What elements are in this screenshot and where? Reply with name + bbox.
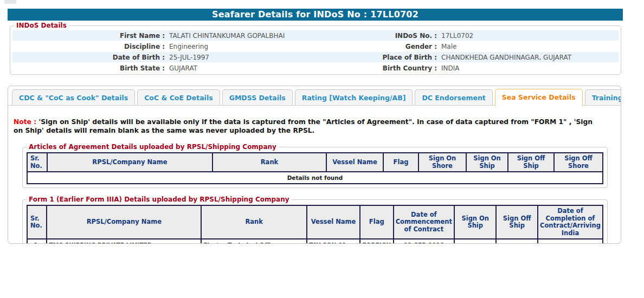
birth-state-label: Birth State : <box>12 64 169 72</box>
col-date-of-completion: Date of Completion of Contract/Arriving … <box>538 205 603 239</box>
sea-service-tab-content: Note : 'Sign on Ship' details will be av… <box>8 106 621 244</box>
indos-row-discipline: Discipline : Engineering Gender : Male <box>12 41 619 51</box>
col-rank: Rank <box>212 153 326 172</box>
indos-details-section: INDoS Details First Name : TALATI CHINTA… <box>10 25 621 75</box>
cell-flag: FOREIGN <box>360 239 394 244</box>
col-vessel-name: Vessel Name <box>307 205 360 239</box>
birth-country-label: Birth Country : <box>359 64 441 72</box>
cell-rpsl-company-name: TMC SHIPPING PRIVATE LIMITED. <box>47 239 201 244</box>
indos-details-legend: INDoS Details <box>14 22 69 29</box>
note-label: Note : <box>14 118 36 126</box>
indos-row-state: Birth State : GUJARAT Birth Country : IN… <box>12 63 619 73</box>
col-sign-off-ship: Sign Off Ship <box>508 153 554 172</box>
col-date-of-commencement: Date of Commencement of Contract <box>394 205 454 239</box>
col-flag: Flag <box>360 205 394 239</box>
place-of-birth-value: CHANDKHEDA GANDHINAGAR, GUJARAT <box>441 54 619 61</box>
cell-rank: Electro Technical Officer <box>201 239 307 244</box>
date-of-birth-label: Date of Birth : <box>12 54 169 61</box>
cell-sr-no: 1. <box>27 239 47 244</box>
col-sign-on-ship: Sign On Ship <box>466 153 508 172</box>
place-of-birth-label: Place of Birth : <box>359 54 441 61</box>
articles-of-agreement-section: Articles of Agreement Details uploaded b… <box>22 147 608 188</box>
col-rpsl-company-name: RPSL/Company Name <box>47 205 201 239</box>
tab-gmdss-details[interactable]: GMDSS Details <box>222 89 293 105</box>
page-corner-artifact <box>4 0 16 4</box>
indos-row-name: First Name : TALATI CHINTANKUMAR GOPALBH… <box>12 30 619 41</box>
birth-country-value: INDIA <box>441 64 619 72</box>
col-sr-no: Sr. No. <box>27 153 47 172</box>
col-flag: Flag <box>383 153 418 172</box>
tab-training-details[interactable]: Training Details <box>585 89 621 105</box>
col-sign-on-shore: Sign On Shore <box>418 153 466 172</box>
form1-details-table: Sr. No. RPSL/Company Name Rank Vessel Na… <box>27 205 603 244</box>
note-text: 'Sign on Ship' details will be available… <box>14 118 593 134</box>
articles-empty-row: Details not found <box>27 172 603 184</box>
date-of-birth-value: 25-JUL-1997 <box>169 54 359 61</box>
sign-on-ship-note: Note : 'Sign on Ship' details will be av… <box>14 118 596 135</box>
col-vessel-name: Vessel Name <box>326 153 383 172</box>
tab-strip: CDC & "CoC as Cook" Details CoC & CoE De… <box>8 86 621 106</box>
form1-header-row: Sr. No. RPSL/Company Name Rank Vessel Na… <box>27 205 603 239</box>
articles-of-agreement-legend: Articles of Agreement Details uploaded b… <box>27 143 279 151</box>
articles-header-row: Sr. No. RPSL/Company Name Rank Vessel Na… <box>27 153 603 172</box>
cell-date-of-commencement: 08-SEP-2018 <box>394 239 454 244</box>
form1-details-section: Form 1 (Earlier Form IIIA) Details uploa… <box>22 199 608 244</box>
cell-sign-off-ship <box>496 239 538 244</box>
seafarer-details-page: Seafarer Details for INDoS No : 17LL0702… <box>0 0 644 298</box>
col-sign-off-shore: Sign Off Shore <box>554 153 603 172</box>
tab-coc-coe-details[interactable]: CoC & CoE Details <box>137 89 220 105</box>
form1-data-row: 1. TMC SHIPPING PRIVATE LIMITED. Electro… <box>27 239 603 244</box>
col-rank: Rank <box>201 205 307 239</box>
gender-label: Gender : <box>359 43 441 50</box>
cell-sign-on-ship <box>454 239 496 244</box>
col-rpsl-company-name: RPSL/Company Name <box>47 153 212 172</box>
indos-row-birth: Date of Birth : 25-JUL-1997 Place of Bir… <box>12 52 619 62</box>
details-tabs-panel: CDC & "CoC as Cook" Details CoC & CoE De… <box>8 86 621 244</box>
first-name-label: First Name : <box>12 32 169 40</box>
details-not-found-message: Details not found <box>27 172 603 184</box>
tab-cdc-coc-as-cook-details[interactable]: CDC & "CoC as Cook" Details <box>12 89 135 105</box>
birth-state-value: GUJARAT <box>169 64 359 72</box>
indos-no-label: INDoS No. : <box>359 32 441 40</box>
first-name-value: TALATI CHINTANKUMAR GOPALBHAI <box>169 32 359 40</box>
articles-of-agreement-table: Sr. No. RPSL/Company Name Rank Vessel Na… <box>27 152 603 184</box>
discipline-value: Engineering <box>169 43 359 50</box>
cell-date-of-completion <box>538 239 603 244</box>
gender-value: Male <box>441 43 619 50</box>
page-title: Seafarer Details for INDoS No : 17LL0702 <box>8 9 623 21</box>
tab-sea-service-details[interactable]: Sea Service Details <box>495 89 583 106</box>
tab-dc-endorsement[interactable]: DC Endorsement <box>415 89 492 105</box>
col-sign-off-ship: Sign Off Ship <box>496 205 538 239</box>
discipline-label: Discipline : <box>12 43 169 50</box>
tab-rating-watch-keeping-ab[interactable]: Rating [Watch Keeping/AB] <box>295 89 413 105</box>
cell-vessel-name: TAY SON 01 <box>307 239 360 244</box>
form1-details-legend: Form 1 (Earlier Form IIIA) Details uploa… <box>27 196 292 203</box>
col-sr-no: Sr. No. <box>27 205 47 239</box>
col-sign-on-ship: Sign On Ship <box>454 205 496 239</box>
indos-no-value: 17LL0702 <box>441 32 619 40</box>
